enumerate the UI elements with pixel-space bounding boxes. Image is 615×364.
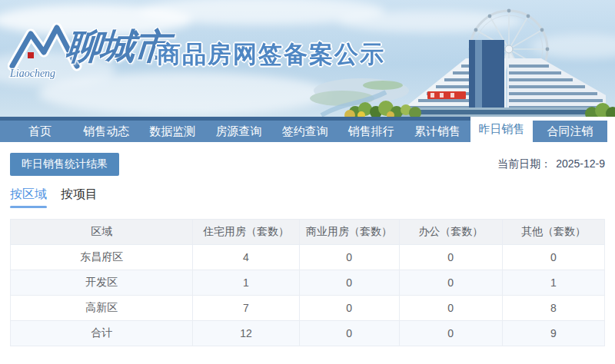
table-row-kaifaqu: 开发区 1 0 0 1 — [11, 270, 605, 296]
table-row-total: 合计 12 0 0 9 — [11, 321, 605, 346]
cell-other: 8 — [503, 296, 605, 321]
view-tabs: 按区域 按项目 — [10, 187, 605, 208]
cell-region: 东昌府区 — [11, 245, 193, 270]
site-title: 商品房网签备案公示 — [157, 38, 385, 71]
cell-other: 0 — [503, 245, 605, 270]
col-header-other: 其他（套数） — [503, 220, 605, 245]
cell-commercial: 0 — [299, 321, 399, 346]
main-nav: 首页 销售动态 数据监测 房源查询 签约查询 销售排行 累计销售 昨日销售 合同… — [0, 117, 615, 142]
cell-residential: 12 — [193, 321, 299, 346]
cell-office: 0 — [399, 296, 503, 321]
active-tab-underline — [10, 206, 47, 208]
cell-region: 开发区 — [11, 270, 193, 296]
current-date-value: 2025-12-9 — [556, 157, 605, 170]
nav-item-contract-query[interactable]: 签约查询 — [272, 121, 338, 142]
cell-region: 合计 — [11, 321, 193, 346]
nav-item-sales-dynamics[interactable]: 销售动态 — [73, 121, 139, 142]
cell-residential: 4 — [193, 245, 299, 270]
cell-commercial: 0 — [299, 296, 399, 321]
cell-office: 0 — [399, 270, 503, 296]
table-row-dongchangfu: 东昌府区 4 0 0 0 — [11, 245, 605, 270]
col-header-office: 办公（套数） — [399, 220, 503, 245]
cell-region: 高新区 — [11, 296, 193, 321]
yesterday-sales-result-button[interactable]: 昨日销售统计结果 — [10, 153, 119, 176]
city-name: 聊城市 — [65, 23, 169, 71]
cell-office: 0 — [399, 245, 503, 270]
region-stats-table: 区域 住宅用房（套数） 商业用房（套数） 办公（套数） 其他（套数） 东昌府区 … — [10, 219, 605, 346]
logo-script-text: Liaocheng — [9, 68, 55, 79]
table-row-gaoxinqu: 高新区 7 0 0 8 — [11, 296, 605, 321]
nav-item-sales-ranking[interactable]: 销售排行 — [338, 121, 404, 142]
nav-item-listing-query[interactable]: 房源查询 — [205, 121, 271, 142]
tab-by-region-label: 按区域 — [10, 187, 47, 200]
site-header: Liaocheng 聊城市 商品房网签备案公示 — [0, 0, 615, 117]
tab-by-region[interactable]: 按区域 — [10, 187, 47, 208]
cell-residential: 1 — [193, 270, 299, 296]
nav-item-home[interactable]: 首页 — [7, 121, 73, 142]
nav-group: 首页 销售动态 数据监测 房源查询 签约查询 销售排行 累计销售 — [0, 117, 470, 142]
tab-by-project[interactable]: 按项目 — [61, 187, 98, 208]
current-date: 当前日期：2025-12-9 — [497, 157, 605, 171]
cell-office: 0 — [399, 321, 503, 346]
table-header: 区域 住宅用房（套数） 商业用房（套数） 办公（套数） 其他（套数） — [11, 220, 605, 245]
current-date-label: 当前日期： — [497, 157, 551, 170]
nav-item-yesterday-sales-active[interactable]: 昨日销售 — [470, 117, 533, 142]
nav-item-cumulative-sales[interactable]: 累计销售 — [404, 121, 470, 142]
cell-other: 9 — [503, 321, 605, 346]
main-content: 昨日销售统计结果 当前日期：2025-12-9 按区域 按项目 区域 住宅用房（… — [0, 153, 615, 346]
col-header-region: 区域 — [11, 220, 193, 245]
cell-other: 1 — [503, 270, 605, 296]
cell-commercial: 0 — [299, 270, 399, 296]
col-header-commercial: 商业用房（套数） — [299, 220, 399, 245]
col-header-residential: 住宅用房（套数） — [193, 220, 299, 245]
nav-item-contract-cancellation[interactable]: 合同注销 — [533, 121, 607, 142]
nav-item-data-monitor[interactable]: 数据监测 — [139, 121, 205, 142]
toolbar: 昨日销售统计结果 当前日期：2025-12-9 — [10, 153, 605, 176]
cell-residential: 7 — [193, 296, 299, 321]
cell-commercial: 0 — [299, 245, 399, 270]
